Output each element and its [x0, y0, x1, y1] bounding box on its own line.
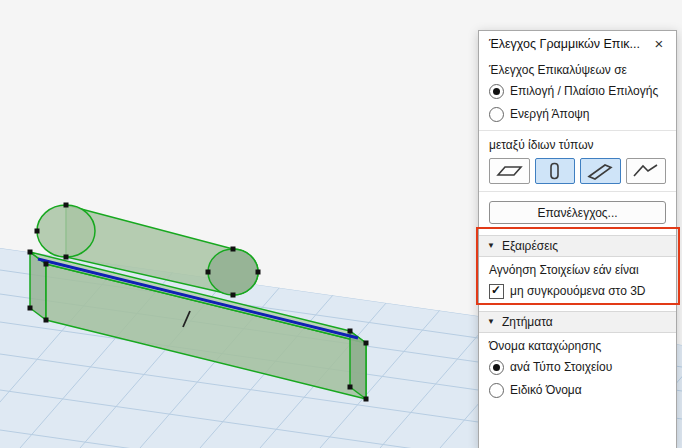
radio-selection-frame-label: Επιλογή / Πλαίσιο Επιλογής [510, 84, 658, 98]
radio-active-view-control[interactable] [489, 107, 504, 122]
slab-icon [493, 161, 526, 181]
type-button-column[interactable] [535, 158, 576, 184]
overlap-check-dialog: Έλεγχος Γραμμικών Επικ... × Έλεγχος Επικ… [478, 30, 677, 448]
type-button-slab[interactable] [489, 158, 530, 184]
column-icon [538, 161, 571, 181]
radio-custom-name-label: Ειδικό Όνομα [510, 383, 582, 397]
type-button-roof[interactable] [626, 158, 667, 184]
element-type-buttons [489, 158, 666, 184]
ignore-elements-label: Αγνόηση Στοιχείων εάν είναι [489, 263, 666, 277]
beam-icon [584, 161, 617, 181]
radio-by-element-type-control[interactable] [489, 360, 504, 375]
entry-name-label: Όνομα καταχώρησης [489, 339, 666, 353]
issues-header-label: Ζητήματα [502, 315, 553, 329]
exceptions-section-header[interactable]: ▼ Εξαιρέσεις [479, 235, 676, 257]
close-icon[interactable]: × [650, 35, 668, 53]
dialog-title-bar[interactable]: Έλεγχος Γραμμικών Επικ... × [479, 31, 676, 57]
chevron-down-icon: ▼ [487, 318, 495, 326]
radio-selection-frame-control[interactable] [489, 84, 504, 99]
radio-active-view-label: Ενεργή Άποψη [510, 107, 590, 121]
radio-by-element-type-label: ανά Τύπο Στοιχείου [510, 360, 612, 374]
radio-custom-name[interactable]: Ειδικό Όνομα [489, 381, 666, 399]
roof-icon [629, 161, 662, 181]
issues-section-header[interactable]: ▼ Ζητήματα [479, 311, 676, 333]
radio-by-element-type[interactable]: ανά Τύπο Στοιχείου [489, 358, 666, 376]
radio-selection-frame[interactable]: Επιλογή / Πλαίσιο Επιλογής [489, 82, 666, 100]
application-window: Έλεγχος Γραμμικών Επικ... × Έλεγχος Επικ… [0, 0, 682, 448]
not-colliding-checkbox-label: μη συγκρουόμενα στο 3D [510, 284, 646, 298]
type-button-beam[interactable] [580, 158, 621, 184]
radio-active-view[interactable]: Ενεργή Άποψη [489, 105, 666, 123]
chevron-down-icon: ▼ [487, 242, 495, 250]
recheck-button[interactable]: Επανέλεγχος... [489, 201, 666, 224]
not-colliding-checkbox-row[interactable]: μη συγκρουόμενα στο 3D [489, 282, 666, 300]
radio-custom-name-control[interactable] [489, 383, 504, 398]
divider [479, 130, 676, 131]
dialog-title: Έλεγχος Γραμμικών Επικ... [489, 37, 640, 51]
between-types-label: μεταξύ ίδιων τύπων [489, 138, 666, 152]
overlap-check-label: Έλεγχος Επικαλύψεων σε [489, 63, 666, 77]
exceptions-header-label: Εξαιρέσεις [502, 239, 558, 253]
not-colliding-checkbox[interactable] [489, 284, 504, 299]
divider [479, 191, 676, 192]
